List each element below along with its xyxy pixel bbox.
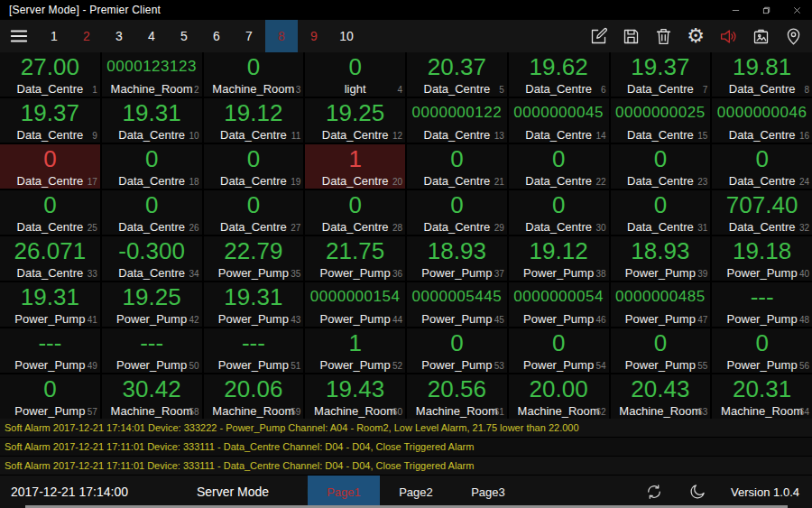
restore-button[interactable]: [751, 0, 781, 20]
nav-page-6[interactable]: 6: [200, 20, 233, 52]
grid-cell-12[interactable]: 19.25Data_Centre12: [305, 98, 405, 143]
cell-label: Machine_Room: [111, 404, 193, 418]
tab-page3[interactable]: Page3: [452, 476, 524, 508]
grid-cell-44[interactable]: 0000000154Power_Pump44: [305, 282, 405, 327]
grid-cell-27[interactable]: 0Data_Centre27: [204, 190, 304, 235]
alarm-row-1[interactable]: Soft Alarm 2017-12-21 17:14:01 Device: 3…: [0, 419, 812, 438]
grid-cell-29[interactable]: 0Data_Centre29: [407, 190, 507, 235]
grid-cell-9[interactable]: 19.37Data_Centre9: [0, 98, 100, 143]
grid-cell-1[interactable]: 27.00Data_Centre1: [0, 52, 100, 97]
alarm-row-3[interactable]: Soft Alarm 2017-12-21 17:11:01 Device: 3…: [0, 457, 812, 476]
grid-cell-58[interactable]: 30.42Machine_Room58: [102, 374, 202, 419]
grid-cell-7[interactable]: 19.37Data_Centre7: [611, 52, 711, 97]
cell-value: 27.00: [0, 53, 100, 80]
nav-page-3[interactable]: 3: [103, 20, 135, 52]
grid-cell-33[interactable]: 26.071Data_Centre33: [0, 236, 100, 281]
minimize-button[interactable]: [720, 0, 751, 20]
grid-cell-43[interactable]: 19.31Power_Pump43: [204, 282, 304, 327]
alarm-row-2[interactable]: Soft Alarm 2017-12-21 17:11:01 Device: 3…: [0, 438, 812, 457]
grid-cell-22[interactable]: 0Data_Centre22: [509, 144, 609, 189]
settings-icon[interactable]: ⚙: [686, 26, 706, 46]
grid-cell-30[interactable]: 0Data_Centre30: [509, 190, 609, 235]
grid-cell-6[interactable]: 19.62Data_Centre6: [509, 52, 609, 97]
grid-cell-31[interactable]: 0Data_Centre31: [611, 190, 711, 235]
grid-cell-23[interactable]: 0Data_Centre23: [611, 144, 711, 189]
grid-cell-41[interactable]: 19.31Power_Pump41: [0, 282, 100, 327]
grid-cell-64[interactable]: 20.31Machine_Room64: [712, 374, 812, 419]
grid-cell-14[interactable]: 0000000045Data_Centre14: [509, 98, 609, 143]
grid-cell-11[interactable]: 19.12Data_Centre11: [204, 98, 304, 143]
grid-cell-17[interactable]: 0Data_Centre17: [0, 144, 100, 189]
nav-page-1[interactable]: 1: [38, 20, 70, 52]
grid-cell-8[interactable]: 19.81Data_Centre8: [712, 52, 812, 97]
grid-cell-42[interactable]: 19.25Power_Pump42: [102, 282, 202, 327]
menu-button[interactable]: [0, 20, 38, 52]
grid-cell-61[interactable]: 20.56Machine_Room61: [407, 374, 507, 419]
image-box-icon[interactable]: [751, 26, 770, 46]
grid-cell-13[interactable]: 0000000122Data_Centre13: [407, 98, 507, 143]
grid-cell-34[interactable]: -0.300Data_Centre34: [102, 236, 202, 281]
grid-cell-63[interactable]: 20.43Machine_Room63: [611, 374, 711, 419]
grid-cell-5[interactable]: 20.37Data_Centre5: [407, 52, 507, 97]
grid-cell-47[interactable]: 0000000485Power_Pump47: [611, 282, 711, 327]
grid-cell-19[interactable]: 0Data_Centre19: [204, 144, 304, 189]
grid-cell-28[interactable]: 0Data_Centre28: [305, 190, 405, 235]
cell-footer: Power_Pump42: [102, 310, 202, 326]
grid-cell-40[interactable]: 19.18Power_Pump40: [712, 236, 812, 281]
nav-page-9[interactable]: 9: [298, 20, 330, 52]
grid-cell-24[interactable]: 0Data_Centre24: [712, 144, 812, 189]
grid-cell-32[interactable]: 707.40Data_Centre32: [712, 190, 812, 235]
grid-cell-2[interactable]: 0000123123Machine_Room2: [102, 52, 202, 97]
grid-cell-62[interactable]: 20.00Machine_Room62: [509, 374, 609, 419]
save-icon[interactable]: [621, 26, 641, 46]
location-icon[interactable]: [783, 26, 803, 46]
grid-cell-49[interactable]: ---Power_Pump49: [0, 328, 100, 373]
nav-page-5[interactable]: 5: [168, 20, 200, 52]
grid-cell-50[interactable]: ---Power_Pump50: [102, 328, 202, 373]
grid-cell-4[interactable]: 0light4: [305, 52, 405, 97]
close-button[interactable]: [781, 0, 812, 20]
tab-page2[interactable]: Page2: [380, 476, 452, 508]
grid-cell-16[interactable]: 0000000046Data_Centre16: [712, 98, 812, 143]
grid-cell-39[interactable]: 18.93Power_Pump39: [611, 236, 711, 281]
grid-cell-46[interactable]: 0000000054Power_Pump46: [509, 282, 609, 327]
grid-cell-25[interactable]: 0Data_Centre25: [0, 190, 100, 235]
speaker-icon[interactable]: [718, 26, 738, 46]
cell-index: 11: [291, 131, 300, 141]
grid-cell-52[interactable]: 1Power_Pump52: [305, 328, 405, 373]
sync-button[interactable]: [644, 482, 664, 502]
grid-cell-51[interactable]: ---Power_Pump51: [204, 328, 304, 373]
grid-cell-20[interactable]: 1Data_Centre20: [305, 144, 405, 189]
grid-cell-35[interactable]: 22.79Power_Pump35: [204, 236, 304, 281]
nav-page-7[interactable]: 7: [233, 20, 265, 52]
grid-cell-15[interactable]: 0000000025Data_Centre15: [611, 98, 711, 143]
nav-page-10[interactable]: 10: [330, 20, 363, 52]
grid-cell-57[interactable]: 0Power_Pump57: [0, 374, 100, 419]
grid-cell-18[interactable]: 0Data_Centre18: [102, 144, 202, 189]
cell-value: 0000000154: [305, 283, 405, 310]
grid-cell-3[interactable]: 0Machine_Room3: [204, 52, 304, 97]
trash-icon[interactable]: [653, 26, 673, 46]
edit-icon[interactable]: [588, 26, 608, 46]
grid-cell-36[interactable]: 21.75Power_Pump36: [305, 236, 405, 281]
night-mode-button[interactable]: [687, 482, 707, 502]
grid-cell-38[interactable]: 19.12Power_Pump38: [509, 236, 609, 281]
grid-cell-54[interactable]: 0Power_Pump54: [509, 328, 609, 373]
grid-cell-56[interactable]: 0Power_Pump56: [712, 328, 812, 373]
cell-value: ---: [102, 329, 202, 356]
cell-value: 0: [0, 145, 100, 172]
tab-page1[interactable]: Page1: [308, 476, 380, 508]
grid-cell-59[interactable]: 20.06Machine_Room59: [204, 374, 304, 419]
nav-page-2[interactable]: 2: [70, 20, 103, 52]
grid-cell-45[interactable]: 0000005445Power_Pump45: [407, 282, 507, 327]
grid-cell-21[interactable]: 0Data_Centre21: [407, 144, 507, 189]
grid-cell-37[interactable]: 18.93Power_Pump37: [407, 236, 507, 281]
grid-cell-55[interactable]: 0Power_Pump55: [611, 328, 711, 373]
nav-page-8[interactable]: 8: [265, 20, 298, 52]
grid-cell-10[interactable]: 19.31Data_Centre10: [102, 98, 202, 143]
grid-cell-48[interactable]: ---Power_Pump48: [712, 282, 812, 327]
grid-cell-26[interactable]: 0Data_Centre26: [102, 190, 202, 235]
grid-cell-53[interactable]: 0Power_Pump53: [407, 328, 507, 373]
nav-page-4[interactable]: 4: [135, 20, 168, 52]
grid-cell-60[interactable]: 19.43Machine_Room60: [305, 374, 405, 419]
